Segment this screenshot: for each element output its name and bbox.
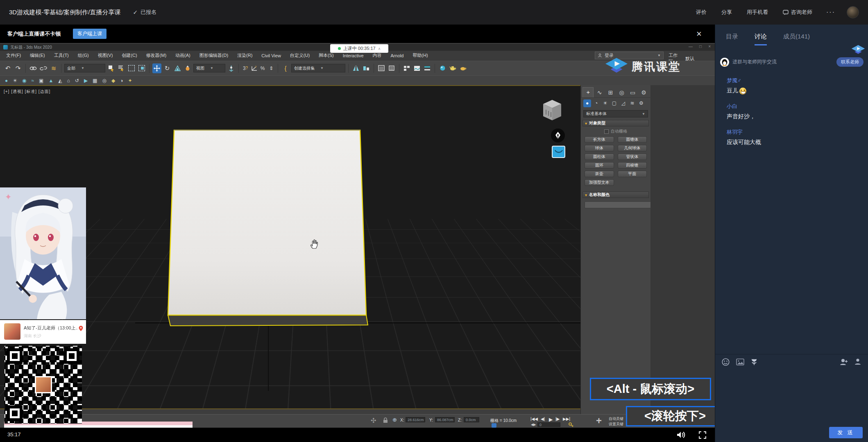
select-by-name-icon[interactable] — [117, 63, 126, 73]
spacewarps-icon[interactable]: ≋ — [628, 99, 636, 107]
sun-icon[interactable]: ☀ — [13, 78, 17, 83]
grid-box-icon[interactable]: ▦ — [93, 78, 97, 83]
curve-editor-icon[interactable] — [412, 63, 422, 73]
tab-display-icon[interactable]: ▭ — [628, 88, 638, 97]
tab-utilities-icon[interactable]: ⚙ — [639, 88, 649, 97]
recycle-bin-icon[interactable] — [542, 99, 562, 121]
btn-text-plus[interactable]: 加强型文本 — [585, 179, 614, 186]
contact-teacher-button[interactable]: 咨询老师 — [783, 9, 812, 16]
material-editor-icon[interactable] — [438, 63, 447, 73]
tab-catalog[interactable]: 目录 — [726, 33, 738, 45]
house-icon[interactable]: ⌂ — [67, 78, 70, 83]
share-button[interactable]: 分享 — [721, 9, 732, 16]
contact-teacher-pill[interactable]: 联系老师 — [836, 57, 863, 67]
use-pivot-icon[interactable] — [227, 63, 236, 73]
teacher-contact-card[interactable]: A知了-豆儿老师（13:00上… 湖南 长沙 — [0, 320, 86, 344]
placement-tool-icon[interactable] — [183, 63, 192, 73]
percent-snap-icon[interactable]: % — [259, 63, 266, 73]
btn-tube[interactable]: 管状体 — [618, 153, 647, 160]
selection-set-dropdown[interactable]: 创建选择集▼ — [291, 64, 345, 72]
eyes-icon[interactable]: ◉ — [22, 78, 26, 83]
box-people-icon[interactable]: ▣ — [39, 78, 43, 83]
reference-coordinate-dropdown[interactable]: 视图▼ — [193, 64, 225, 72]
rollout-name-color[interactable]: ▾ 名称和颜色 — [582, 192, 649, 198]
btn-plane[interactable]: 平面 — [618, 171, 647, 177]
primitive-category-dropdown[interactable]: 标准基本体 ▼ — [583, 110, 648, 117]
schematic-view-icon[interactable] — [423, 63, 432, 73]
current-frame-field[interactable]: 0 — [537, 422, 560, 427]
angle-snap-icon[interactable]: ? — [250, 63, 258, 73]
window-crossing-icon[interactable] — [137, 63, 146, 73]
snap-toggle-icon[interactable]: 3? — [242, 63, 249, 73]
sender-name[interactable]: 梦魇♂ — [727, 77, 858, 84]
flower-gift-icon[interactable] — [751, 358, 757, 366]
blue-app-icon[interactable] — [552, 146, 565, 158]
go-to-end-icon[interactable]: ▶▶| — [563, 417, 570, 421]
restore-icon[interactable]: □ — [699, 44, 702, 49]
shapes-icon[interactable]: ◔ — [592, 99, 600, 107]
pen-tool-icon[interactable] — [551, 129, 565, 142]
member-view-icon[interactable] — [854, 358, 861, 365]
menu-scripting[interactable]: 脚本(S) — [314, 52, 338, 59]
prev-frame-icon[interactable]: ◀| — [541, 417, 545, 421]
viewport-label[interactable]: [+] [透视] [标准] [边面] — [4, 89, 50, 95]
open-client-tab[interactable]: 客户端上课 — [73, 29, 107, 39]
eye-icon[interactable]: ◑ — [120, 78, 123, 83]
ribbon-toggle-icon[interactable] — [402, 63, 411, 73]
tab-motion-icon[interactable]: ◎ — [616, 88, 627, 97]
systems-icon[interactable]: ⚙ — [637, 99, 645, 107]
cameras-icon[interactable]: ▢ — [610, 99, 618, 107]
rotate-tool-icon[interactable]: ↻ — [163, 63, 172, 73]
undo-icon[interactable]: ↶ — [3, 63, 12, 73]
menu-views[interactable]: 视图(V) — [93, 52, 118, 59]
layer-explorer-icon[interactable] — [387, 63, 396, 73]
selection-filter-dropdown[interactable]: 全部▼ — [64, 64, 105, 72]
move-tool-icon[interactable] — [152, 63, 161, 73]
bind-spacewarp-icon[interactable]: ≋ — [49, 63, 58, 73]
menu-civil-view[interactable]: Civil View — [257, 53, 285, 58]
x-coordinate-field[interactable]: 28.616cm — [406, 417, 425, 422]
arc-rotate-icon[interactable]: ↺ — [75, 78, 79, 83]
menu-graph-editors[interactable]: 图形编辑器(D) — [195, 52, 233, 59]
menu-modifiers[interactable]: 修改器(M) — [142, 52, 171, 59]
video-stream-area[interactable]: 无标题 - 3ds Max 2020 — □ × 文件(F) 编辑(E) 工具(… — [0, 43, 715, 428]
select-object-icon[interactable] — [107, 63, 116, 73]
tab-members[interactable]: 成员(141) — [783, 33, 810, 45]
send-button[interactable]: 发 送 — [829, 427, 863, 438]
menu-tools[interactable]: 工具(T) — [50, 52, 73, 59]
mirror-icon[interactable] — [351, 63, 360, 73]
export-box-icon[interactable]: ◆ — [111, 78, 115, 83]
align-icon[interactable] — [362, 63, 371, 73]
menu-rendering[interactable]: 渲染(R) — [233, 52, 257, 59]
bulb-icon[interactable]: ✦ — [128, 78, 132, 83]
render-setup-icon[interactable] — [448, 63, 457, 73]
y-coordinate-field[interactable]: 86.087cm — [435, 417, 455, 422]
key-icon[interactable] — [569, 422, 573, 427]
light-icon[interactable]: ● — [5, 78, 8, 83]
btn-sphere[interactable]: 球体 — [585, 145, 614, 151]
menu-animation[interactable]: 动画(A) — [171, 52, 195, 59]
menu-edit[interactable]: 编辑(E) — [25, 52, 50, 59]
select-link-icon[interactable] — [29, 63, 38, 73]
add-friend-icon[interactable] — [839, 358, 848, 365]
sender-name[interactable]: 林羽宇 — [727, 129, 858, 136]
selection-lock-icon[interactable] — [383, 417, 388, 423]
max-viewport[interactable]: [+] [透视] [标准] [边面] — [0, 85, 580, 408]
btn-box[interactable]: 长方体 — [585, 136, 614, 143]
named-selection-icon[interactable]: { — [281, 63, 290, 73]
tab-discussion[interactable]: 讨论 — [755, 33, 767, 45]
sender-name[interactable]: 小白 — [727, 103, 858, 110]
object-name-input[interactable] — [585, 201, 659, 208]
helpers-icon[interactable]: ◿ — [619, 99, 627, 107]
menu-content[interactable]: 内容 — [368, 52, 386, 59]
lights-icon[interactable]: ☀ — [601, 99, 609, 107]
next-frame-icon[interactable]: |▶ — [555, 417, 560, 421]
cone-icon[interactable]: ◭ — [58, 78, 62, 83]
volume-icon[interactable] — [677, 431, 686, 439]
rollout-object-type[interactable]: ▾ 对象类型 — [582, 120, 649, 126]
btn-cylinder[interactable]: 圆柱体 — [585, 153, 614, 160]
tab-modify-icon[interactable]: ∿ — [594, 88, 605, 97]
menu-group[interactable]: 组(G) — [73, 52, 93, 59]
btn-pyramid[interactable]: 四棱锥 — [618, 162, 647, 169]
menu-interactive[interactable]: Interactive — [338, 53, 368, 58]
